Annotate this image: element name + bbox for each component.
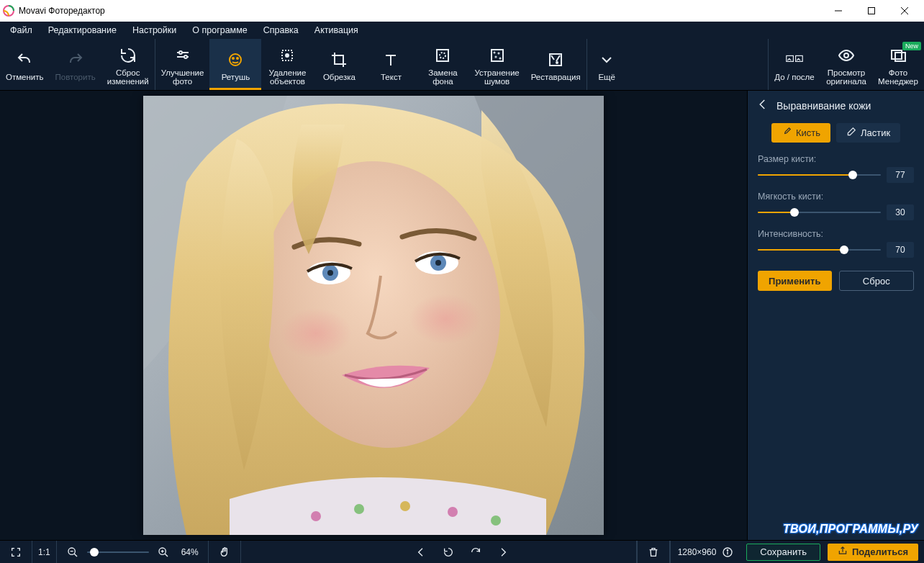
svg-point-38 — [311, 511, 321, 521]
toolbar-view-group: До / после Просмотр оригинала New Фото М… — [768, 39, 924, 90]
side-panel: Выравнивание кожи Кисть Ластик Размер ки… — [747, 91, 924, 540]
undo-label: Отменить — [6, 73, 44, 81]
share-button[interactable]: Поделиться — [828, 544, 918, 561]
intensity-group: Интенсивность: 70 — [748, 226, 924, 264]
prev-image-icon[interactable] — [414, 546, 428, 558]
bottom-actions: Сохранить Поделиться — [740, 541, 924, 563]
brush-size-value[interactable]: 77 — [887, 167, 914, 183]
brush-softness-value[interactable]: 30 — [887, 204, 914, 220]
tool-restoration[interactable]: Реставрация — [525, 39, 586, 90]
view-original-label: Просмотр оригинала — [826, 68, 866, 86]
svg-point-42 — [491, 515, 501, 526]
zoom-in-icon[interactable] — [153, 541, 173, 563]
tool-more[interactable]: Ещё — [586, 39, 627, 90]
fullscreen-icon[interactable] — [6, 541, 26, 563]
before-after-label: До / после — [774, 73, 814, 81]
share-icon — [838, 546, 848, 558]
delete-section — [637, 541, 670, 563]
tool-crop[interactable]: Обрезка — [313, 39, 365, 90]
hand-icon[interactable] — [214, 541, 235, 563]
side-panel-header: Выравнивание кожи — [748, 91, 924, 120]
tool-background-replace[interactable]: Замена фона — [417, 39, 468, 90]
info-icon[interactable] — [722, 546, 733, 558]
titlebar: Movavi Фоторедактор — [0, 0, 924, 22]
zoom-out-icon[interactable] — [63, 541, 83, 563]
crop-label: Обрезка — [323, 73, 355, 81]
reset-changes-button[interactable]: Сброс изменений — [101, 39, 155, 90]
svg-point-13 — [286, 54, 289, 57]
zoom-slider[interactable] — [87, 547, 149, 557]
window-close-button[interactable] — [888, 0, 921, 22]
reset-label: Сброс изменений — [107, 68, 149, 86]
before-after-button[interactable]: До / после — [769, 39, 820, 90]
menubar: Файл Редактирование Настройки О программ… — [0, 22, 924, 39]
dimensions-label: 1280×960 — [678, 547, 717, 557]
eraser-label: Ластик — [861, 127, 890, 138]
restore-label: Реставрация — [531, 73, 581, 81]
new-badge: New — [902, 42, 921, 50]
retouch-icon — [227, 50, 244, 70]
canvas-area[interactable] — [0, 91, 747, 540]
denoise-icon — [489, 45, 506, 66]
reset-button[interactable]: Сброс — [839, 271, 915, 291]
svg-point-36 — [327, 270, 333, 276]
back-arrow-icon[interactable] — [756, 98, 769, 113]
bottom-bar: 1:1 64% 1280×960 Сохранить Поделиться — [0, 540, 924, 563]
brush-softness-slider[interactable] — [758, 207, 881, 218]
main-area: Выравнивание кожи Кисть Ластик Размер ки… — [0, 91, 924, 540]
tool-erase-objects[interactable]: Удаление объектов — [261, 39, 313, 90]
svg-rect-16 — [492, 50, 503, 61]
redo-label: Повторить — [55, 73, 96, 81]
next-image-icon[interactable] — [496, 546, 510, 558]
tool-retouch[interactable]: Ретушь — [209, 39, 261, 90]
photo-manager-button[interactable]: New Фото Менеджер — [872, 39, 924, 90]
menu-file[interactable]: Файл — [3, 23, 40, 37]
window-maximize-button[interactable] — [855, 0, 888, 22]
svg-point-37 — [435, 260, 441, 266]
svg-rect-27 — [895, 53, 905, 61]
ratio-section[interactable]: 1:1 — [32, 541, 57, 563]
eraser-icon — [846, 127, 856, 139]
enhance-label: Улучшение фото — [161, 68, 204, 86]
tool-denoise[interactable]: Устранение шумов — [468, 39, 525, 90]
rotate-right-icon[interactable] — [468, 546, 483, 558]
intensity-value[interactable]: 70 — [887, 242, 914, 258]
svg-point-18 — [498, 53, 499, 53]
svg-point-10 — [232, 58, 234, 59]
brush-size-group: Размер кисти: 77 — [748, 151, 924, 189]
svg-point-7 — [179, 51, 182, 54]
rotate-left-icon[interactable] — [441, 546, 456, 558]
window-title: Movavi Фоторедактор — [19, 6, 822, 16]
brush-softness-group: Мягкость кисти: 30 — [748, 189, 924, 226]
menu-help[interactable]: Справка — [256, 23, 306, 37]
window-minimize-button[interactable] — [822, 0, 855, 22]
denoise-label: Устранение шумов — [474, 68, 519, 86]
redo-button[interactable]: Повторить — [50, 39, 101, 90]
undo-button[interactable]: Отменить — [0, 39, 50, 90]
save-button[interactable]: Сохранить — [746, 544, 820, 561]
zoom-value: 64% — [178, 547, 202, 557]
menu-settings[interactable]: Настройки — [125, 23, 184, 37]
reset-icon — [119, 45, 137, 66]
side-actions: Применить Сброс — [748, 264, 924, 298]
tool-enhance[interactable]: Улучшение фото — [155, 39, 210, 90]
view-original-button[interactable]: Просмотр оригинала — [820, 39, 872, 90]
tool-text[interactable]: Текст — [365, 39, 417, 90]
svg-rect-14 — [437, 50, 448, 61]
menu-edit[interactable]: Редактирование — [41, 23, 124, 37]
eraser-mode-button[interactable]: Ластик — [836, 123, 900, 143]
text-label: Текст — [381, 73, 402, 81]
brush-size-slider[interactable] — [758, 169, 881, 181]
intensity-slider[interactable] — [758, 244, 881, 256]
toolbar-tools-group: Улучшение фото Ретушь Удаление объектов … — [155, 39, 768, 90]
trash-icon[interactable] — [643, 541, 663, 563]
enhance-icon — [174, 45, 191, 66]
brush-mode-button[interactable]: Кисть — [771, 123, 830, 143]
apply-button[interactable]: Применить — [758, 271, 832, 291]
svg-point-30 — [280, 308, 352, 359]
svg-line-47 — [165, 554, 168, 557]
menu-about[interactable]: О программе — [185, 23, 254, 37]
side-panel-title: Выравнивание кожи — [776, 100, 871, 112]
erase-icon — [278, 45, 296, 66]
menu-activation[interactable]: Активация — [307, 23, 366, 37]
